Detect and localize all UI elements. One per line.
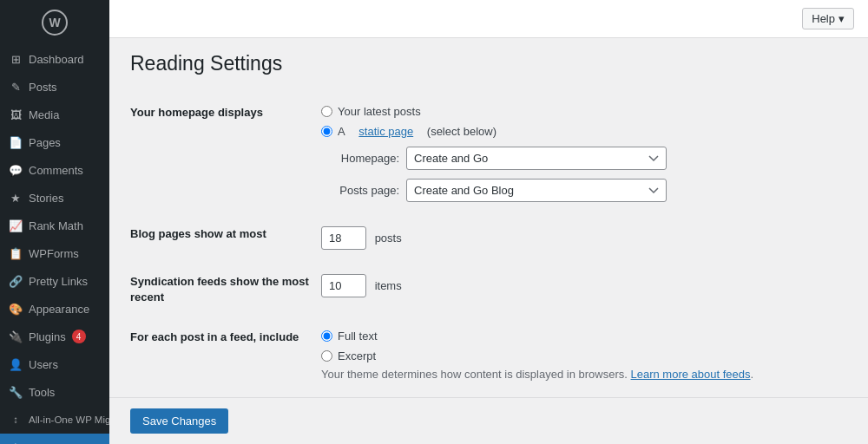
pages-icon: 📄 <box>9 135 23 149</box>
feed-full-radio[interactable] <box>321 330 332 342</box>
syndication-input[interactable]: 10 <box>321 274 366 297</box>
sidebar-item-settings[interactable]: ⚙ Settings <box>0 434 109 444</box>
feed-radio-group: Full text Excerpt <box>321 330 847 362</box>
wpforms-icon: 📋 <box>9 246 23 260</box>
feed-label: For each post in a feed, include <box>130 317 321 393</box>
sidebar-item-prettylinks[interactable]: 🔗 Pretty Links <box>0 267 109 295</box>
sidebar-item-label: Settings <box>29 441 69 445</box>
appearance-icon: 🎨 <box>9 302 23 316</box>
sidebar-item-label: Pretty Links <box>29 275 88 288</box>
sidebar-item-plugins[interactable]: 🔌 Plugins 4 <box>0 323 109 350</box>
help-button[interactable]: Help ▾ <box>802 8 854 29</box>
sidebar-item-label: Appearance <box>29 303 89 316</box>
sidebar-item-label: Stories <box>29 192 63 205</box>
save-changes-button[interactable]: Save Changes <box>130 408 228 434</box>
sidebar-item-comments[interactable]: 💬 Comments <box>0 156 109 184</box>
page-title: Reading Settings <box>130 52 847 75</box>
syndication-field: 10 items <box>321 262 847 317</box>
static-prefix: A <box>338 125 345 138</box>
sidebar-item-pages[interactable]: 📄 Pages <box>0 128 109 156</box>
feed-excerpt-radio[interactable] <box>321 350 332 362</box>
static-page-option[interactable]: A static page (select below) <box>321 125 847 138</box>
syndication-suffix: items <box>375 279 402 292</box>
sidebar-item-stories[interactable]: ★ Stories <box>0 184 109 212</box>
feed-learn-more-link[interactable]: Learn more about feeds <box>631 368 751 381</box>
syndication-label: Syndication feeds show the most recent <box>130 262 321 317</box>
sidebar-item-label: WPForms <box>29 247 79 260</box>
blog-pages-label: Blog pages show at most <box>130 214 321 262</box>
feed-description: Your theme determines how content is dis… <box>321 368 847 381</box>
syndication-row: Syndication feeds show the most recent 1… <box>130 262 847 317</box>
static-page-sub-form: Homepage: Create and Go Sample Page Home… <box>321 147 847 202</box>
blog-pages-input[interactable]: 18 <box>321 226 366 250</box>
sidebar-item-label: Dashboard <box>29 53 84 66</box>
settings-form: Your homepage displays Your latest posts… <box>130 93 847 397</box>
topbar: Help ▾ <box>109 0 868 38</box>
dashboard-icon: ⊞ <box>9 52 23 66</box>
sidebar-item-appearance[interactable]: 🎨 Appearance <box>0 295 109 323</box>
feed-field: Full text Excerpt Your theme determines … <box>321 317 847 393</box>
svg-text:W: W <box>49 16 61 29</box>
static-page-link[interactable]: static page <box>358 125 413 138</box>
sidebar-item-wpforms[interactable]: 📋 WPForms <box>0 239 109 267</box>
comments-icon: 💬 <box>9 163 23 177</box>
stories-icon: ★ <box>9 191 23 205</box>
tools-icon: 🔧 <box>9 385 23 399</box>
media-icon: 🖼 <box>9 108 23 121</box>
blog-pages-row: Blog pages show at most 18 posts <box>130 214 847 262</box>
homepage-select[interactable]: Create and Go Sample Page Home <box>406 147 667 170</box>
main-content: Help ▾ Reading Settings Your homepage di… <box>109 0 868 444</box>
form-footer: Save Changes <box>109 397 868 444</box>
settings-icon: ⚙ <box>9 441 23 444</box>
homepage-displays-field: Your latest posts A static page (select … <box>321 93 847 214</box>
homepage-select-row: Homepage: Create and Go Sample Page Home <box>321 147 847 170</box>
static-suffix: (select below) <box>427 125 496 138</box>
sidebar-item-tools[interactable]: 🔧 Tools <box>0 378 109 406</box>
latest-posts-option[interactable]: Your latest posts <box>321 105 847 118</box>
sidebar-item-label: Posts <box>29 81 57 94</box>
sidebar-item-posts[interactable]: ✎ Posts <box>0 73 109 101</box>
content-area: Reading Settings Your homepage displays … <box>109 38 868 397</box>
help-label: Help <box>812 12 835 25</box>
sidebar-item-label: Pages <box>29 136 61 149</box>
sidebar-item-label: Comments <box>29 164 83 177</box>
sidebar-item-label: Media <box>29 108 59 121</box>
sidebar-item-label: Users <box>29 358 58 371</box>
feed-row: For each post in a feed, include Full te… <box>130 317 847 393</box>
migration-icon: ↕ <box>9 413 23 427</box>
sidebar-item-rankmath[interactable]: 📈 Rank Math <box>0 212 109 239</box>
posts-icon: ✎ <box>9 80 23 94</box>
homepage-displays-row: Your homepage displays Your latest posts… <box>130 93 847 214</box>
sidebar-item-label: Tools <box>29 386 55 399</box>
latest-posts-label: Your latest posts <box>338 105 421 118</box>
sidebar-item-dashboard[interactable]: ⊞ Dashboard <box>0 45 109 73</box>
chevron-down-icon: ▾ <box>838 12 845 25</box>
sidebar-item-migration[interactable]: ↕ All-in-One WP Migration <box>0 406 109 434</box>
plugins-icon: 🔌 <box>9 330 23 343</box>
blog-pages-suffix: posts <box>375 232 402 245</box>
sidebar-item-label: All-in-One WP Migration <box>29 414 109 427</box>
posts-page-select-label: Posts page: <box>321 184 399 197</box>
homepage-displays-label: Your homepage displays <box>130 93 321 214</box>
homepage-select-label: Homepage: <box>321 152 399 165</box>
rankmath-icon: 📈 <box>9 219 23 232</box>
blog-pages-field: 18 posts <box>321 214 847 262</box>
sidebar-item-users[interactable]: 👤 Users <box>0 350 109 378</box>
feed-excerpt-option[interactable]: Excerpt <box>321 349 847 362</box>
users-icon: 👤 <box>9 357 23 371</box>
sidebar-item-media[interactable]: 🖼 Media <box>0 101 109 128</box>
plugins-badge: 4 <box>72 330 86 343</box>
feed-excerpt-label: Excerpt <box>338 349 376 362</box>
prettylinks-icon: 🔗 <box>9 274 23 288</box>
static-page-radio[interactable] <box>321 126 332 137</box>
feed-full-label: Full text <box>338 330 378 343</box>
latest-posts-radio[interactable] <box>321 106 332 117</box>
posts-page-select[interactable]: Create and Go Blog Blog Posts <box>406 179 667 202</box>
sidebar: W ⊞ Dashboard ✎ Posts 🖼 Media 📄 Pages 💬 … <box>0 0 109 444</box>
homepage-radio-group: Your latest posts A static page (select … <box>321 105 847 138</box>
sidebar-item-label: Rank Math <box>29 219 83 232</box>
sidebar-item-label: Plugins <box>29 330 66 343</box>
feed-full-option[interactable]: Full text <box>321 330 847 343</box>
wp-logo: W <box>0 0 109 45</box>
posts-page-select-row: Posts page: Create and Go Blog Blog Post… <box>321 179 847 202</box>
